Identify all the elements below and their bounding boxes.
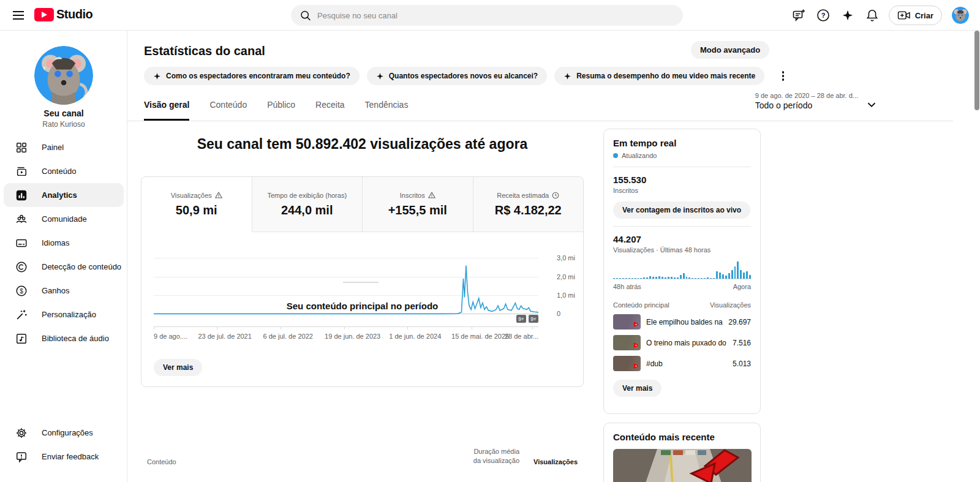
- tab-conteudo[interactable]: Conteúdo: [209, 100, 247, 121]
- chip-latest-video-performance[interactable]: Resuma o desempenho do meu video mais re…: [554, 67, 764, 85]
- realtime-bar: [613, 278, 615, 279]
- metric-tab-tempo-de-exibicao[interactable]: Tempo de exibição (horas) 244,0 mil: [252, 177, 363, 232]
- realtime-bar: [652, 277, 654, 279]
- scrollbar-thumb[interactable]: [974, 31, 979, 110]
- metric-tab-receita-estimada[interactable]: Receita estimada R$ 4.182,22: [473, 177, 584, 232]
- list-col-conteudo-principal: Conteúdo principal: [613, 301, 669, 309]
- y-tick-label: 3,0 mi: [557, 254, 587, 262]
- realtime-bar: [658, 276, 660, 279]
- svg-text:$: $: [20, 287, 23, 294]
- realtime-bar: [734, 266, 736, 279]
- video-thumbnail: [613, 356, 641, 371]
- page-scrollbar[interactable]: [974, 31, 980, 482]
- overflow-badge[interactable]: 9+: [529, 315, 538, 323]
- realtime-content-row[interactable]: Ele empilhou baldes na c... 29.697: [613, 314, 751, 329]
- tab-publico[interactable]: Público: [267, 100, 295, 121]
- sidebar-item-analytics[interactable]: Analytics: [4, 183, 124, 207]
- channel-avatar[interactable]: [34, 46, 93, 105]
- sidebar-item-label: Conteúdo: [42, 167, 76, 176]
- realtime-bar: [737, 262, 739, 279]
- tab-visao-geral[interactable]: Visão geral: [144, 100, 189, 121]
- recent-content-card: Conteúdo mais recente: [603, 423, 761, 482]
- realtime-bar: [649, 276, 651, 279]
- realtime-content-row[interactable]: #dub 5.013: [613, 356, 751, 371]
- video-thumbnail: [613, 314, 641, 329]
- divider: [613, 167, 751, 167]
- advanced-mode-button[interactable]: Modo avançado: [691, 41, 769, 59]
- metric-label: Visualizações: [171, 192, 212, 199]
- sidebar-item-label: Idiomas: [42, 238, 70, 247]
- realtime-bar: [683, 273, 685, 279]
- realtime-bar: [677, 277, 679, 279]
- search-input[interactable]: [317, 11, 674, 20]
- create-button[interactable]: Criar: [889, 6, 942, 25]
- metric-label: Inscritos: [400, 192, 425, 199]
- metric-tab-inscritos[interactable]: Inscritos +155,5 mil: [363, 177, 473, 232]
- youtube-studio-logo[interactable]: Studio: [34, 7, 92, 21]
- chips-overflow-kebab-icon[interactable]: [775, 69, 790, 83]
- sidebar: Seu canal Rato Kurioso Painel Conteúdo A…: [0, 31, 127, 482]
- chip-new-viewers-reached[interactable]: Quantos espectadores novos eu alcancei?: [367, 67, 547, 85]
- sidebar-item-conteudo[interactable]: Conteúdo: [4, 159, 124, 183]
- sidebar-item-enviar-feedback[interactable]: Enviar feedback: [4, 445, 124, 469]
- realtime-card: Em tempo real Atualizando 155.530 Inscri…: [603, 129, 761, 414]
- recent-content-title: Conteúdo mais recente: [613, 432, 751, 442]
- column-header-duracao-media[interactable]: Duração média da visualização: [473, 447, 519, 465]
- tab-tendencias[interactable]: Tendências: [365, 100, 409, 121]
- realtime-bar: [665, 277, 666, 279]
- tab-receita[interactable]: Receita: [315, 100, 344, 121]
- realtime-bar-chart[interactable]: [613, 261, 751, 279]
- section-divider: [343, 282, 379, 283]
- live-subscriber-count-button[interactable]: Ver contagem de inscritos ao vivo: [613, 201, 750, 219]
- help-icon[interactable]: ?: [815, 7, 831, 23]
- sidebar-item-painel[interactable]: Painel: [4, 135, 124, 159]
- x-tick-label: 19 de jun. de 2023: [325, 333, 380, 340]
- column-header-visualizacoes[interactable]: Visualizações: [533, 458, 578, 465]
- studio-logo-text: Studio: [56, 7, 92, 21]
- sidebar-item-configuracoes[interactable]: Configurações: [4, 421, 124, 445]
- realtime-bar: [616, 278, 618, 279]
- chip-how-viewers-found[interactable]: Como os espectadores encontraram meu con…: [144, 67, 360, 85]
- sidebar-item-ganhos[interactable]: $ Ganhos: [4, 279, 124, 303]
- earnings-icon: $: [15, 284, 28, 298]
- y-tick-label: 1,0 mi: [557, 292, 587, 299]
- copyright-icon: [15, 260, 28, 274]
- x-tick-label: 9 de ago....: [154, 333, 187, 340]
- video-views: 7.516: [733, 339, 751, 347]
- period-label: Todo o período: [755, 100, 858, 110]
- account-avatar[interactable]: [952, 7, 969, 24]
- subtitles-icon: [15, 236, 28, 250]
- metric-tab-visualizacoes[interactable]: Visualizações 50,9 mi: [141, 177, 252, 232]
- shorts-icon: [633, 342, 639, 349]
- warning-icon: [428, 192, 435, 198]
- audio-library-icon: [15, 332, 28, 345]
- feedback-comment-icon[interactable]: [791, 7, 807, 23]
- notifications-bell-icon[interactable]: [864, 7, 880, 23]
- sparkle-ai-icon[interactable]: [840, 7, 856, 23]
- overview-see-more-button[interactable]: Ver mais: [154, 359, 202, 376]
- realtime-see-more-button[interactable]: Ver mais: [613, 380, 662, 397]
- recent-video-thumbnail[interactable]: [613, 449, 752, 482]
- realtime-content-row[interactable]: O treino mais puxado do ... 7.516: [613, 335, 751, 350]
- video-views: 29.697: [728, 318, 751, 326]
- youtube-studio-analytics-screen: Studio ? Criar: [0, 0, 980, 482]
- sidebar-item-personalizacao[interactable]: Personalização: [4, 303, 124, 326]
- list-col-visualizacoes: Visualizações: [710, 301, 751, 309]
- date-range-selector[interactable]: 9 de ago. de 2020 – 28 de abr. d... Todo…: [755, 92, 858, 110]
- overflow-badge[interactable]: 9+: [516, 315, 526, 323]
- sparkle-icon: [564, 72, 571, 80]
- realtime-bar: [731, 270, 733, 279]
- chevron-down-icon[interactable]: [865, 98, 878, 111]
- realtime-bar: [631, 278, 633, 279]
- channel-name: Seu canal: [0, 108, 127, 118]
- sidebar-item-comunidade[interactable]: Comunidade: [4, 207, 124, 231]
- channel-search-bar[interactable]: [291, 5, 683, 26]
- sidebar-item-idiomas[interactable]: Idiomas: [4, 231, 124, 255]
- sidebar-item-deteccao-de-conteudo[interactable]: Detecção de conteúdo: [4, 255, 124, 279]
- realtime-bar: [692, 278, 693, 279]
- sidebar-nav: Painel Conteúdo Analytics Comunidade Idi…: [0, 135, 127, 350]
- column-header-conteudo[interactable]: Conteúdo: [147, 458, 176, 465]
- video-title: #dub: [646, 360, 727, 368]
- hamburger-menu-icon[interactable]: [11, 8, 26, 23]
- sidebar-item-biblioteca-de-audio[interactable]: Biblioteca de áudio: [4, 326, 124, 350]
